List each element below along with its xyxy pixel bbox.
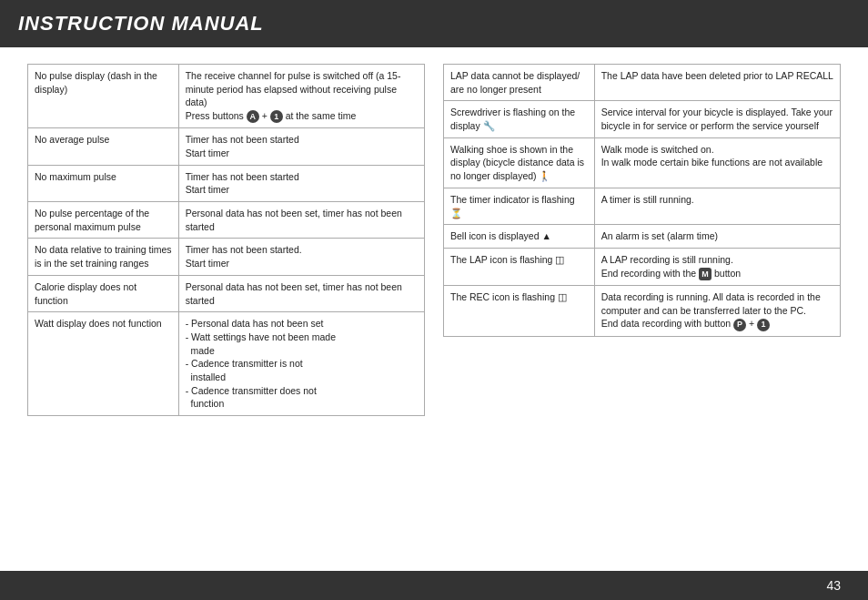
cause-cell: Service interval for your bicycle is dis… bbox=[594, 101, 840, 137]
table-row: The timer indicator is flashing ⏳ A time… bbox=[444, 188, 841, 224]
main-content: No pulse display (dash in the display) T… bbox=[0, 47, 868, 571]
symptom-cell: No average pulse bbox=[28, 128, 179, 165]
symptom-cell: No pulse display (dash in the display) bbox=[28, 65, 179, 128]
symptom-cell: No maximum pulse bbox=[28, 165, 179, 201]
one-button-icon: 1 bbox=[757, 319, 770, 331]
symptom-cell: Bell icon is displayed ▲ bbox=[444, 225, 595, 249]
bell-icon: ▲ bbox=[541, 230, 550, 241]
table-row: No average pulse Timer has not been star… bbox=[28, 128, 425, 165]
m-button-icon: M bbox=[699, 268, 712, 280]
page-number: 43 bbox=[826, 578, 841, 593]
cause-cell: Timer has not been startedStart timer bbox=[178, 128, 424, 165]
cause-cell: Personal data has not been set, timer ha… bbox=[178, 275, 424, 311]
symptom-cell: Calorie display does not function bbox=[28, 275, 179, 311]
cause-cell: Personal data has not been set, timer ha… bbox=[178, 202, 424, 239]
symptom-cell: The LAP icon is flashing ◫ bbox=[444, 248, 595, 285]
cause-cell: Timer has not been startedStart timer bbox=[178, 165, 424, 201]
right-table: LAP data cannot be displayed/ are no lon… bbox=[443, 64, 841, 337]
lap-icon: ◫ bbox=[555, 254, 564, 265]
table-row: The REC icon is flashing ◫ Data recordin… bbox=[444, 285, 841, 336]
table-row: No maximum pulse Timer has not been star… bbox=[28, 165, 425, 201]
symptom-cell: No pulse percentage of the personal maxi… bbox=[28, 202, 179, 239]
cause-cell: - Personal data has not been set - Watt … bbox=[178, 312, 424, 416]
table-row: Walking shoe is shown in the display (bi… bbox=[444, 137, 841, 188]
cause-cell: A timer is still running. bbox=[594, 188, 840, 224]
cause-cell: Walk mode is switched on.In walk mode ce… bbox=[594, 137, 840, 188]
walking-icon: 🚶 bbox=[539, 170, 550, 181]
cause-cell: The LAP data have been deleted prior to … bbox=[594, 65, 840, 101]
symptom-cell: The timer indicator is flashing ⏳ bbox=[444, 188, 595, 224]
symptom-cell: LAP data cannot be displayed/ are no lon… bbox=[444, 65, 595, 101]
table-row: No data relative to training times is in… bbox=[28, 239, 425, 275]
left-table-section: No pulse display (dash in the display) T… bbox=[27, 64, 425, 562]
cause-cell: Timer has not been started.Start timer bbox=[178, 239, 424, 275]
table-row: LAP data cannot be displayed/ are no lon… bbox=[444, 65, 841, 101]
page-footer: 43 bbox=[0, 571, 868, 600]
symptom-cell: The REC icon is flashing ◫ bbox=[444, 285, 595, 336]
left-table: No pulse display (dash in the display) T… bbox=[27, 64, 425, 416]
symptom-cell: Watt display does not function bbox=[28, 312, 179, 416]
symptom-cell: No data relative to training times is in… bbox=[28, 239, 179, 275]
cause-cell: A LAP recording is still running.End rec… bbox=[594, 248, 840, 285]
rec-icon: ◫ bbox=[558, 291, 567, 302]
button-a-icon: A bbox=[247, 110, 259, 123]
screwdriver-icon: 🔧 bbox=[483, 120, 495, 131]
table-row: Screwdriver is flashing on the display 🔧… bbox=[444, 101, 841, 137]
table-row: Watt display does not function - Persona… bbox=[28, 312, 425, 416]
cause-cell: The receive channel for pulse is switche… bbox=[178, 65, 424, 128]
table-row: No pulse display (dash in the display) T… bbox=[28, 65, 425, 128]
cause-cell: An alarm is set (alarm time) bbox=[594, 225, 840, 249]
symptom-cell: Screwdriver is flashing on the display 🔧 bbox=[444, 101, 595, 137]
page-title: INSTRUCTION MANUAL bbox=[18, 12, 264, 36]
timer-icon: ⏳ bbox=[450, 208, 462, 219]
right-table-section: LAP data cannot be displayed/ are no lon… bbox=[443, 64, 841, 562]
table-row: The LAP icon is flashing ◫ A LAP recordi… bbox=[444, 248, 841, 285]
table-row: Calorie display does not function Person… bbox=[28, 275, 425, 311]
table-row: No pulse percentage of the personal maxi… bbox=[28, 202, 425, 239]
cause-cell: Data recording is running. All data is r… bbox=[594, 285, 840, 336]
page-header: INSTRUCTION MANUAL bbox=[0, 0, 868, 47]
p-button-icon: P bbox=[733, 319, 746, 331]
button-1-icon: 1 bbox=[270, 110, 283, 123]
symptom-cell: Walking shoe is shown in the display (bi… bbox=[444, 137, 595, 188]
table-row: Bell icon is displayed ▲ An alarm is set… bbox=[444, 225, 841, 249]
